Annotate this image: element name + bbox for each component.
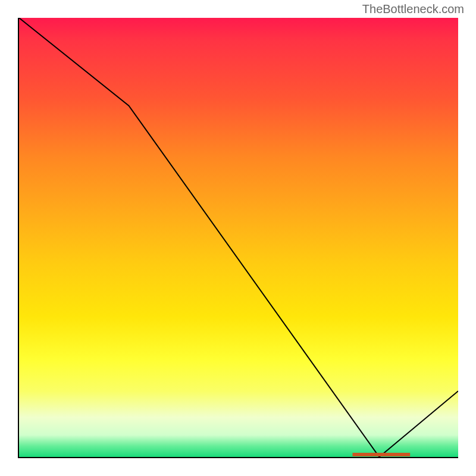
chart-area bbox=[18, 18, 458, 458]
chart-svg bbox=[19, 18, 458, 457]
bottleneck-curve bbox=[19, 18, 458, 457]
watermark-text: TheBottleneck.com bbox=[362, 2, 464, 16]
